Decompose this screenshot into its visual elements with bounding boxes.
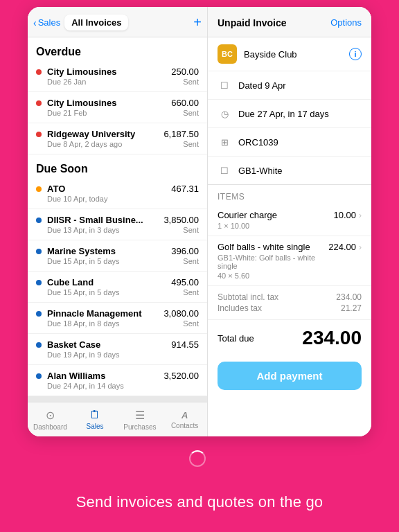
status-dot — [36, 373, 42, 379]
invoice-sub: Due 19 Apr, in 9 days — [47, 351, 154, 359]
invoice-sub: Due 26 Jan — [47, 78, 154, 86]
invoice-sub: Due 10 Apr, today — [47, 195, 154, 203]
spinner — [189, 450, 206, 467]
invoice-amount: 250.00 — [171, 66, 199, 77]
invoice-item-due_soon-4[interactable]: Pinnacle ManagementDue 18 Apr, in 8 days… — [28, 303, 207, 334]
ref-row: ⊞ ORC1039 — [208, 128, 371, 157]
business-row: BC Bayside Club i — [208, 37, 371, 71]
invoice-item-due_soon-6[interactable]: Alan WilliamsDue 24 Apr, in 14 days3,520… — [28, 365, 207, 396]
tab-dashboard[interactable]: ⊙ Dashboard — [28, 409, 73, 431]
status-dot — [36, 186, 42, 192]
status-dot — [36, 218, 42, 223]
item-chevron-golf-icon: › — [359, 242, 362, 252]
item-name-courier: Courier charge — [218, 210, 333, 220]
section-header-due_soon: Due Soon — [28, 154, 207, 178]
nav-tab-all-invoices[interactable]: All Invoices — [64, 15, 128, 30]
invoice-name: Alan Williams — [47, 371, 154, 381]
info-icon[interactable]: i — [349, 48, 362, 60]
section-header-overdue: Overdue — [28, 37, 207, 61]
business-name: Bayside Club — [244, 49, 349, 60]
invoice-info: ATODue 10 Apr, today — [47, 184, 154, 203]
invoice-name: ATO — [47, 184, 154, 194]
invoice-amount-col: 3,080.00Sent — [157, 308, 199, 328]
item-sub-courier: 1 × 10.00 — [218, 222, 333, 230]
invoice-amount-col: 3,850.00Sent — [157, 215, 199, 234]
tagline: Send invoices and quotes on the go — [0, 493, 399, 511]
right-panel: Unpaid Invoice Options BC Bayside Club i… — [208, 7, 371, 436]
tab-dashboard-label: Dashboard — [33, 423, 67, 431]
detail-nav: Unpaid Invoice Options — [208, 7, 371, 37]
invoice-item-due_soon-2[interactable]: Marine SystemsDue 15 Apr, in 5 days396.0… — [28, 240, 207, 272]
invoice-amount: 495.00 — [171, 277, 199, 287]
nav-bar: ‹ Sales All Invoices + — [28, 7, 207, 37]
invoice-sub: Due 13 Apr, in 3 days — [47, 226, 154, 234]
item-row-courier[interactable]: Courier charge 1 × 10.00 10.00 › — [208, 204, 371, 236]
invoice-item-due_soon-0[interactable]: ATODue 10 Apr, today467.31 — [28, 178, 207, 209]
invoice-amount: 6,187.50 — [163, 129, 199, 139]
add-payment-button[interactable]: Add payment — [218, 362, 362, 390]
subtotal-area: Subtotal incl. tax 234.00 Includes tax 2… — [208, 286, 371, 320]
invoice-item-overdue-2[interactable]: Ridgeway UniversityDue 8 Apr, 2 days ago… — [28, 123, 207, 154]
invoice-status: Sent — [183, 78, 199, 86]
invoice-item-due_soon-7[interactable]: Bayside ClubDue 27 Apr, in 17 days234.00 — [28, 396, 207, 402]
invoice-amount: 3,080.00 — [163, 308, 199, 319]
invoice-amount-col: 914.55 — [157, 339, 199, 350]
total-row: Total due 234.00 — [208, 320, 371, 355]
invoice-item-due_soon-5[interactable]: Basket CaseDue 19 Apr, in 9 days914.55 — [28, 334, 207, 365]
app-container: ‹ Sales All Invoices + OverdueCity Limou… — [28, 7, 371, 436]
total-due-label: Total due — [218, 333, 254, 344]
due-row: ◷ Due 27 Apr, in 17 days — [208, 100, 371, 128]
add-invoice-button[interactable]: + — [193, 15, 202, 30]
invoice-name: City Limousines — [47, 66, 154, 77]
status-dot — [36, 280, 42, 285]
includes-tax-label: Includes tax — [218, 303, 262, 313]
invoice-amount: 660.00 — [171, 98, 199, 108]
invoice-name: City Limousines — [47, 98, 154, 108]
subtotal-incl-tax-label: Subtotal incl. tax — [218, 292, 278, 302]
tab-contacts[interactable]: A Contacts — [162, 410, 207, 429]
back-button[interactable]: ‹ Sales — [33, 17, 60, 28]
invoice-amount-col: 660.00Sent — [157, 98, 199, 117]
tab-sales[interactable]: 🗒 Sales — [73, 409, 118, 430]
invoice-info: City LimousinesDue 26 Jan — [47, 66, 154, 86]
options-button[interactable]: Options — [330, 17, 362, 28]
includes-tax-row: Includes tax 21.27 — [218, 303, 362, 314]
invoice-list: OverdueCity LimousinesDue 26 Jan250.00Se… — [28, 37, 207, 402]
invoice-amount: 3,520.00 — [163, 371, 199, 381]
status-dot — [36, 100, 42, 106]
status-dot — [36, 342, 42, 348]
invoice-item-overdue-0[interactable]: City LimousinesDue 26 Jan250.00Sent — [28, 61, 207, 92]
item-amount-col-golf: 224.00 › — [328, 242, 362, 252]
invoice-amount: 3,850.00 — [163, 215, 199, 225]
contacts-icon: A — [181, 410, 188, 420]
items-header: Items — [208, 185, 371, 204]
detail-nav-title: Unpaid Invoice — [218, 17, 287, 28]
invoice-amount-col: 396.00Sent — [157, 246, 199, 265]
tab-contacts-label: Contacts — [171, 422, 198, 429]
invoice-status: Sent — [183, 319, 199, 328]
invoice-sub: Due 18 Apr, in 8 days — [47, 319, 154, 328]
invoice-info: City LimousinesDue 21 Feb — [47, 98, 154, 117]
item-row-golf[interactable]: Golf balls - white single GB1-White: Gol… — [208, 236, 371, 286]
invoice-info: Cube LandDue 15 Apr, in 5 days — [47, 277, 154, 296]
invoice-name: Pinnacle Management — [47, 308, 154, 319]
invoice-item-due_soon-3[interactable]: Cube LandDue 15 Apr, in 5 days495.00Sent — [28, 272, 207, 303]
dated-row: ☐ Dated 9 Apr — [208, 71, 371, 100]
invoice-sub: Due 21 Feb — [47, 109, 154, 117]
invoice-amount-col: 495.00Sent — [157, 277, 199, 296]
invoice-status: Sent — [183, 226, 199, 234]
ref-icon: ⊞ — [218, 135, 231, 149]
invoice-name: Marine Systems — [47, 246, 154, 256]
invoice-amount: 396.00 — [171, 246, 199, 256]
includes-tax-value: 21.27 — [341, 303, 362, 313]
invoice-item-due_soon-1[interactable]: DIISR - Small Busine...Due 13 Apr, in 3 … — [28, 209, 207, 240]
invoice-sub: Due 24 Apr, in 14 days — [47, 382, 154, 390]
invoice-sub: Due 15 Apr, in 5 days — [47, 257, 154, 265]
tab-sales-label: Sales — [87, 423, 104, 430]
tab-purchases[interactable]: ☰ Purchases — [118, 409, 163, 431]
invoice-item-overdue-1[interactable]: City LimousinesDue 21 Feb660.00Sent — [28, 92, 207, 123]
invoice-amount-col: 467.31 — [157, 184, 199, 194]
tab-bar: ⊙ Dashboard 🗒 Sales ☰ Purchases A Contac… — [28, 402, 207, 436]
invoice-sub: Due 8 Apr, 2 days ago — [47, 140, 154, 148]
invoice-info: Pinnacle ManagementDue 18 Apr, in 8 days — [47, 308, 154, 328]
